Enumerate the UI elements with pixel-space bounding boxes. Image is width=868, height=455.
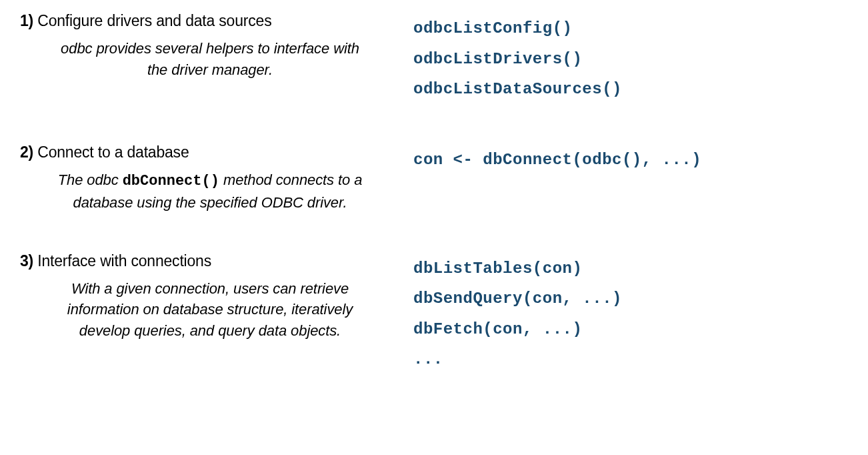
section-heading: 1) Configure drivers and data sources	[20, 12, 400, 30]
desc-text: With a given connection, users can retri…	[67, 280, 353, 340]
section-heading: 3) Interface with connections	[20, 252, 400, 270]
code-line: dbListTables(con)	[413, 254, 848, 284]
section-number: 3)	[20, 252, 33, 270]
section-heading: 2) Connect to a database	[20, 143, 400, 161]
section-description: With a given connection, users can retri…	[20, 278, 400, 342]
section-code: dbListTables(con) dbSendQuery(con, ...) …	[413, 252, 848, 375]
code-line: odbcListConfig()	[413, 13, 848, 44]
code-line: dbFetch(con, ...)	[413, 314, 848, 345]
desc-inline-code: dbConnect()	[123, 173, 219, 189]
section-connect-database: 2) Connect to a database The odbc dbConn…	[20, 143, 848, 213]
section-left: 1) Configure drivers and data sources od…	[20, 12, 413, 105]
section-configure-drivers: 1) Configure drivers and data sources od…	[20, 12, 848, 105]
section-left: 3) Interface with connections With a giv…	[20, 252, 413, 375]
code-line: odbcListDrivers()	[413, 44, 848, 75]
code-line: odbcListDataSources()	[413, 74, 848, 105]
section-title: Interface with connections	[37, 252, 211, 270]
section-number: 2)	[20, 143, 33, 161]
code-line: con <- dbConnect(odbc(), ...)	[413, 145, 848, 175]
section-code: con <- dbConnect(odbc(), ...)	[413, 143, 848, 213]
section-left: 2) Connect to a database The odbc dbConn…	[20, 143, 413, 213]
section-title: Connect to a database	[37, 143, 189, 161]
code-line: dbSendQuery(con, ...)	[413, 284, 848, 314]
desc-text: odbc provides several helpers to interfa…	[61, 40, 359, 78]
section-description: odbc provides several helpers to interfa…	[20, 38, 400, 81]
section-code: odbcListConfig() odbcListDrivers() odbcL…	[413, 12, 848, 105]
section-description: The odbc dbConnect() method connects to …	[20, 169, 400, 213]
section-title: Configure drivers and data sources	[37, 12, 271, 29]
section-interface-connections: 3) Interface with connections With a giv…	[20, 252, 848, 375]
code-line: ...	[413, 344, 848, 375]
section-number: 1)	[20, 12, 33, 29]
desc-text-before: The odbc	[58, 171, 123, 188]
